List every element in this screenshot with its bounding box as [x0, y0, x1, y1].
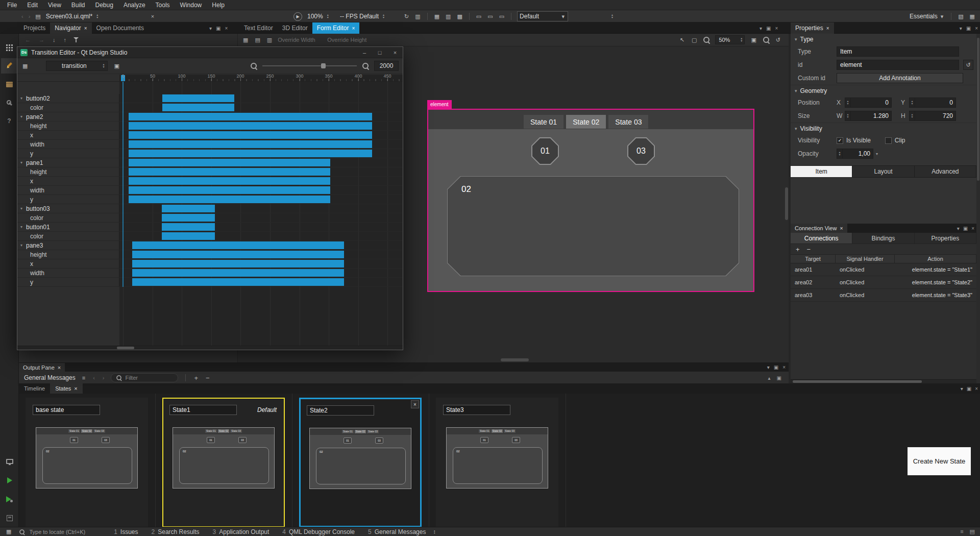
- views-icon[interactable]: ▦: [969, 14, 976, 19]
- transition-row-label[interactable]: ▾ pane3: [17, 241, 119, 250]
- snap-grid-icon[interactable]: ▥: [266, 37, 273, 43]
- menu-item[interactable]: Analyze: [118, 0, 151, 10]
- menu-item[interactable]: Tools: [151, 0, 175, 10]
- zoom-in-icon[interactable]: [362, 62, 369, 69]
- transition-row-label[interactable]: ▾ x: [17, 177, 119, 186]
- transition-row-label[interactable]: ▾ x: [17, 259, 119, 269]
- split-icon[interactable]: ▾: [957, 226, 960, 231]
- state-thumbnail[interactable]: State 01 State 02 State 03 01 03 02: [36, 427, 138, 489]
- transition-row[interactable]: ▾ pane1: [17, 158, 403, 167]
- status-bar-item[interactable]: 4QML Debugger Console: [282, 528, 355, 535]
- component-icon[interactable]: ▦: [242, 37, 249, 43]
- transition-bar[interactable]: [129, 196, 330, 203]
- height-stepper[interactable]: ▴▾ 720: [909, 111, 956, 121]
- tab-projects[interactable]: Projects: [19, 22, 50, 34]
- close-icon[interactable]: ×: [826, 26, 829, 31]
- expander-icon[interactable]: ▾: [18, 96, 24, 101]
- state-card[interactable]: × State1 Default State 01 State 02 State…: [162, 398, 285, 527]
- sort-output-icon[interactable]: ↕: [432, 529, 437, 534]
- split-icon[interactable]: ▾: [960, 26, 962, 31]
- run-live-preview-button[interactable]: ▶: [293, 12, 302, 21]
- transition-bar[interactable]: [129, 168, 330, 176]
- close-icon[interactable]: ×: [352, 26, 355, 31]
- transition-editor-titlebar[interactable]: Ds Transition Editor - Qt Design Studio …: [17, 47, 403, 58]
- close-icon[interactable]: ×: [58, 364, 61, 371]
- canvas-hscrollbar[interactable]: [501, 358, 529, 361]
- transition-row[interactable]: ▾ x: [17, 259, 403, 269]
- zoom-out-text-button[interactable]: −: [205, 375, 211, 381]
- transition-bar[interactable]: [129, 131, 372, 139]
- float-icon[interactable]: ▣: [966, 26, 971, 31]
- x-position-stepper[interactable]: ▴▾ 0: [845, 98, 892, 108]
- split-icon[interactable]: ▾: [209, 26, 212, 31]
- transition-row-label[interactable]: ▾ button03: [17, 204, 119, 213]
- tab-layout[interactable]: Layout: [852, 166, 914, 177]
- move-down-button[interactable]: ↓: [52, 37, 57, 43]
- state-card[interactable]: × State3 State 01 State 02 State 03: [436, 398, 558, 527]
- style-select[interactable]: Default ▾: [517, 11, 568, 21]
- minimize-window-button[interactable]: –: [357, 47, 372, 58]
- expander-icon[interactable]: ▾: [18, 160, 24, 165]
- sort-icon[interactable]: ≡: [81, 375, 86, 381]
- timeline-ruler[interactable]: 0 50 100 150 200 250: [119, 75, 403, 82]
- transition-bar[interactable]: [132, 278, 344, 286]
- clip-checkbox[interactable]: [885, 137, 892, 144]
- transition-row[interactable]: ▾ pane3: [17, 241, 403, 250]
- status-bar-item[interactable]: 5General Messages: [368, 528, 426, 535]
- transition-bar[interactable]: [129, 113, 372, 120]
- close-icon[interactable]: ×: [975, 386, 978, 392]
- connection-table-row[interactable]: area02 onClicked element.state = "State2…: [791, 276, 976, 289]
- transition-row-label[interactable]: ▾ color: [17, 232, 119, 241]
- kit-display-button[interactable]: [1, 454, 18, 469]
- transition-row-label[interactable]: ▾ button02: [17, 94, 119, 103]
- move-up-button[interactable]: ↑: [63, 37, 68, 43]
- tab-item[interactable]: Item: [791, 166, 852, 177]
- tab-form-editor[interactable]: Form Editor ×: [312, 22, 360, 34]
- element-item[interactable]: State 01 State 02 State 03 01 03 02: [427, 109, 754, 292]
- split-icon[interactable]: ▾: [961, 386, 963, 392]
- transition-bar[interactable]: [129, 159, 330, 166]
- state-thumbnail[interactable]: State 01 State 02 State 03 01 03 02: [173, 427, 275, 489]
- type-section-header[interactable]: ▾ Type: [791, 34, 976, 45]
- state-card[interactable]: × base state State 01 State 02 State 03: [26, 398, 148, 527]
- state-01-tab[interactable]: State 01: [524, 115, 564, 129]
- tab-properties[interactable]: Properties ×: [791, 22, 834, 34]
- refresh-icon[interactable]: ↻: [403, 14, 410, 19]
- grid-view-icon[interactable]: ▦: [433, 14, 440, 19]
- chevron-down-icon[interactable]: ▾: [873, 152, 880, 156]
- transition-row-label[interactable]: ▾ color: [17, 213, 119, 223]
- tab-connection-view[interactable]: Connection View ×: [791, 224, 847, 233]
- transition-settings-icon[interactable]: ▦: [21, 63, 29, 69]
- zoom-all-icon[interactable]: [763, 36, 770, 43]
- transition-duration-field[interactable]: 2000: [374, 61, 399, 71]
- transition-row-label[interactable]: ▾ width: [17, 186, 119, 195]
- transition-bar[interactable]: [132, 260, 344, 267]
- back-button[interactable]: ‹: [20, 14, 24, 19]
- type-field[interactable]: Item: [837, 46, 959, 57]
- tab-timeline[interactable]: Timeline: [19, 383, 50, 394]
- transition-row[interactable]: ▾ button02: [17, 94, 403, 103]
- close-icon[interactable]: ×: [74, 385, 77, 392]
- state-thumbnail[interactable]: State 01 State 02 State 03 01 03 02: [309, 428, 411, 489]
- tab-output-pane[interactable]: Output Pane ×: [19, 363, 65, 372]
- close-icon[interactable]: ×: [840, 225, 843, 231]
- menu-item[interactable]: File: [2, 0, 22, 10]
- terminal-icon[interactable]: ≡: [960, 528, 963, 535]
- menu-item[interactable]: Window: [175, 0, 207, 10]
- connection-table-row[interactable]: area03 onClicked element.state = "State3…: [791, 289, 976, 302]
- transition-bar[interactable]: [129, 140, 372, 148]
- tab-3d-editor[interactable]: 3D Editor: [278, 22, 312, 34]
- collapse-pane-icon[interactable]: ▴: [768, 375, 771, 381]
- transition-row[interactable]: ▾ x: [17, 131, 403, 140]
- zoom-in-text-button[interactable]: +: [193, 375, 199, 381]
- timeline-zoom-slider[interactable]: [262, 61, 357, 71]
- state-02-tab[interactable]: State 02: [566, 115, 606, 129]
- transition-bar[interactable]: [129, 150, 372, 157]
- menu-item[interactable]: Debug: [90, 0, 118, 10]
- transition-bar[interactable]: [162, 205, 215, 212]
- transition-row-label[interactable]: ▾ button01: [17, 223, 119, 232]
- state-thumbnail[interactable]: State 01 State 02 State 03 01 03 02: [446, 427, 548, 489]
- transition-bar[interactable]: [132, 251, 344, 258]
- transition-row-label[interactable]: ▾ height: [17, 167, 119, 177]
- tab-connections[interactable]: Connections: [791, 233, 852, 243]
